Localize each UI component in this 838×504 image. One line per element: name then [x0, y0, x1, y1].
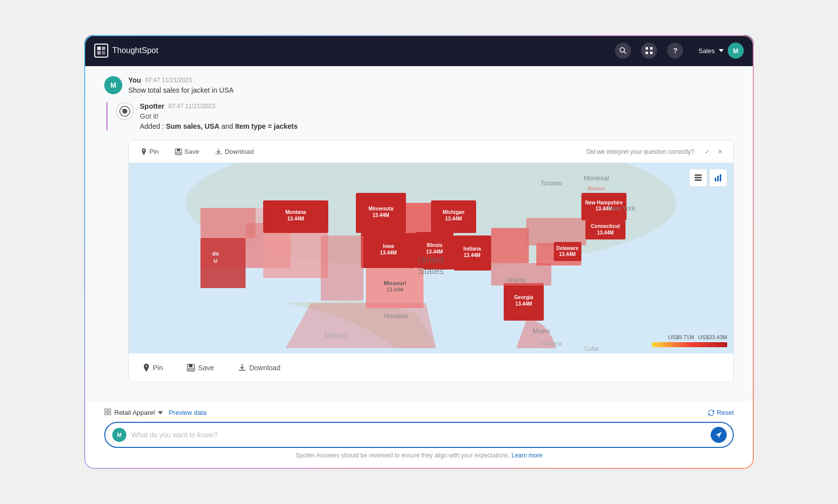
- svg-text:Missouri: Missouri: [383, 280, 406, 286]
- learn-more-link[interactable]: Learn more: [512, 452, 542, 459]
- pin-button[interactable]: Pin: [137, 146, 163, 157]
- svg-text:Illinois: Illinois: [427, 242, 443, 248]
- user-content: You 07:47 11/21/2023 Show total sales fo…: [128, 76, 234, 94]
- user-message-text: Show total sales for jacket in USA: [128, 86, 234, 94]
- svg-text:do: do: [212, 250, 219, 257]
- save-action-icon: [187, 364, 195, 372]
- svg-line-5: [624, 52, 626, 54]
- svg-rect-88: [108, 412, 111, 415]
- action-buttons: Pin Save: [129, 353, 733, 382]
- svg-text:Houston: Houston: [384, 312, 408, 320]
- grid-small-icon: [104, 408, 111, 415]
- svg-text:13.44M: 13.44M: [386, 287, 403, 293]
- svg-rect-3: [102, 51, 105, 55]
- svg-text:13.44M: 13.44M: [380, 250, 396, 256]
- svg-text:Cuba: Cuba: [584, 345, 599, 352]
- device-frame: ThoughtSpot: [83, 34, 755, 470]
- logo-icon: [94, 44, 108, 58]
- map-toggle: [689, 169, 727, 187]
- svg-rect-79: [717, 176, 719, 181]
- chat-input[interactable]: [131, 431, 706, 439]
- reset-button[interactable]: Reset: [708, 409, 734, 416]
- disclaimer-text: Spotter Answers should be reviewed to en…: [104, 452, 734, 459]
- svg-rect-86: [108, 409, 111, 411]
- svg-text:Havana: Havana: [541, 340, 562, 347]
- svg-text:13.44M: 13.44M: [464, 253, 480, 258]
- datasource-selector[interactable]: Retail Apparel: [104, 408, 163, 417]
- user-menu[interactable]: Sales M: [698, 43, 744, 59]
- svg-text:Miami: Miami: [533, 327, 550, 335]
- svg-text:States: States: [418, 266, 444, 276]
- download-icon-top: [215, 148, 222, 155]
- spotter-message-header: Spotter 07:47 11/21/2023: [140, 102, 734, 110]
- svg-text:M: M: [214, 259, 218, 264]
- app-container: ThoughtSpot: [84, 35, 754, 469]
- chart-view-button[interactable]: [709, 169, 727, 187]
- nav-icons: ? Sales M: [615, 43, 744, 59]
- download-action-label: Download: [249, 364, 280, 372]
- map-legend: US$9.71M US$33.43M: [652, 334, 727, 347]
- send-icon: [715, 431, 723, 439]
- svg-text:Delaware: Delaware: [556, 245, 578, 251]
- legend-labels: US$9.71M US$33.43M: [668, 334, 727, 340]
- svg-rect-80: [720, 174, 721, 181]
- svg-text:Montana: Montana: [285, 209, 306, 215]
- svg-text:Connecticut: Connecticut: [591, 223, 620, 229]
- main-content: M You 07:47 11/21/2023 Show total sales …: [84, 66, 754, 469]
- svg-rect-1: [102, 47, 105, 50]
- spotter-message: Spotter 07:47 11/21/2023 Got it! Added :…: [106, 102, 734, 130]
- pin-action-button[interactable]: Pin: [137, 361, 169, 375]
- svg-text:13.44M: 13.44M: [426, 249, 443, 255]
- legend-max: US$33.43M: [698, 334, 727, 340]
- svg-text:13.44M: 13.44M: [445, 216, 462, 221]
- download-action-button[interactable]: Download: [232, 361, 286, 375]
- interpret-close-button[interactable]: ✕: [715, 147, 725, 157]
- svg-text:Mexico: Mexico: [325, 332, 347, 340]
- spotter-content: Spotter 07:47 11/21/2023 Got it! Added :…: [140, 102, 734, 130]
- input-avatar: M: [112, 428, 126, 442]
- svg-rect-19: [200, 238, 246, 288]
- svg-rect-83: [189, 364, 192, 367]
- help-icon: ?: [673, 47, 678, 55]
- svg-text:Minnesota: Minnesota: [368, 206, 393, 211]
- user-message-time: 07:47 11/21/2023: [145, 77, 191, 84]
- legend-gradient: [652, 342, 727, 347]
- bottom-area: Retail Apparel Preview data Reset: [84, 400, 754, 469]
- close-icon: ✕: [718, 148, 723, 155]
- user-role: Sales: [698, 47, 715, 55]
- preview-data-link[interactable]: Preview data: [169, 409, 206, 416]
- pin-label: Pin: [149, 148, 159, 155]
- item-type: Item type = jackets: [235, 122, 298, 130]
- map-card: Pin Save: [128, 140, 734, 382]
- svg-text:13.44M: 13.44M: [559, 251, 575, 257]
- svg-text:New York: New York: [608, 204, 636, 212]
- table-view-button[interactable]: [689, 169, 707, 187]
- save-action-label: Save: [198, 364, 214, 372]
- and-text: and: [220, 122, 235, 130]
- reset-label: Reset: [717, 409, 734, 416]
- interpret-check-button[interactable]: ✓: [702, 147, 712, 157]
- svg-rect-78: [715, 178, 716, 181]
- nav-avatar[interactable]: M: [728, 43, 744, 59]
- svg-text:13.44M: 13.44M: [287, 216, 304, 221]
- save-action-button[interactable]: Save: [181, 361, 220, 375]
- reset-icon: [708, 409, 715, 416]
- save-button-top[interactable]: Save: [171, 146, 203, 157]
- chevron-down-icon: [719, 49, 724, 52]
- user-sender-name: You: [128, 76, 141, 84]
- send-button[interactable]: [711, 427, 727, 443]
- help-nav-button[interactable]: ?: [667, 43, 683, 59]
- download-button-top[interactable]: Download: [211, 146, 258, 157]
- user-message-header: You 07:47 11/21/2023: [128, 76, 234, 84]
- got-it-text: Got it!: [140, 112, 734, 120]
- check-icon: ✓: [705, 148, 710, 155]
- svg-rect-41: [491, 228, 529, 263]
- svg-rect-75: [695, 174, 702, 176]
- search-nav-button[interactable]: [615, 43, 631, 59]
- interpret-question: Did we interpret your question correctly…: [586, 148, 694, 155]
- svg-rect-45: [321, 235, 363, 301]
- added-items: Sum sales, USA: [166, 122, 220, 130]
- svg-rect-2: [97, 51, 101, 55]
- svg-rect-9: [650, 52, 653, 54]
- grid-nav-button[interactable]: [641, 43, 657, 59]
